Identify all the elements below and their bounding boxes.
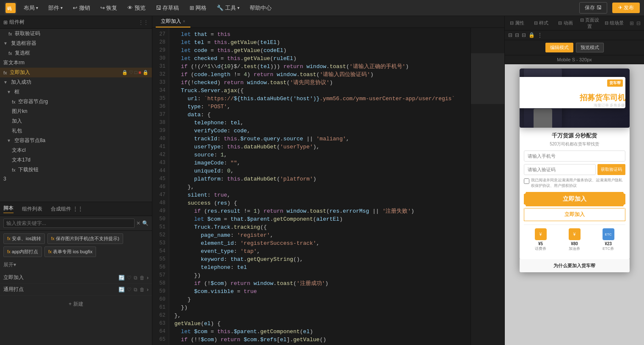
script-btn-save-image[interactable]: fx 保存图片到手机(含不支持提示) [47, 233, 123, 244]
tree-item[interactable]: ▼ 加入成功 [0, 77, 152, 87]
script-tab[interactable]: 脚本 [3, 205, 14, 213]
code-line: }) [174, 304, 471, 312]
code-line: if (!!$com) return $com.$refs[el].getVal… [174, 336, 471, 344]
dist-btn[interactable]: ⊟ [522, 32, 526, 38]
logo-badge: 货车帮 [607, 79, 623, 87]
edit-mode-button[interactable]: 编辑模式 [545, 43, 573, 52]
search-button[interactable]: 🔍 [142, 220, 149, 226]
clear-search-button[interactable]: ✕ [136, 220, 140, 226]
reward-item-etc: ETC ¥23 ETC券 [603, 228, 614, 252]
script-list-item[interactable]: 通用打点 🔄 ♡ ⧉ 🗑 › [0, 284, 152, 296]
tree-item[interactable]: ▼ 框 [0, 87, 152, 97]
nav-redo[interactable]: ↪ 恢复 [97, 3, 121, 14]
right-tabs: ⊟ 属性 ⊟ 样式 ⊟ 动画 ⊟ 页面设置 ⊟ 组场景 ⊞ ⊟ [505, 16, 644, 30]
drag-handle-icon2: ⋮⋮ [73, 206, 83, 212]
nav-help[interactable]: 帮助中心 [246, 3, 275, 14]
reward-label-phone: 话费券 [535, 246, 547, 252]
close-tab-button[interactable]: × [183, 19, 185, 24]
expand-row[interactable]: 展开▾ [0, 260, 152, 270]
center-panel: 立即加入 × 27 28 29 30 31 32 33 34 35 36 37 [152, 16, 504, 345]
tree-item[interactable]: 礼包 [0, 126, 152, 136]
nav-parts[interactable]: 部件 ▾ [45, 3, 66, 14]
script-buttons-row: fx 安卓、ios跳转 fx 保存图片到手机(含不支持提示) fx app内部打… [0, 231, 152, 260]
tree-item[interactable]: 加入 [0, 116, 152, 126]
code-line: type: 'POST', [174, 103, 471, 111]
banner-title: 招募货车司机 [520, 93, 625, 103]
editor-tab-active[interactable]: 立即加入 × [156, 16, 190, 27]
lock-btn[interactable]: 🔒 [528, 32, 535, 38]
delete-icon[interactable]: 🗑 [140, 275, 145, 281]
nav-undo[interactable]: ↩ 撤销 [69, 3, 94, 14]
arrow-right-icon2: › [147, 287, 149, 293]
heart-icon[interactable]: ♡ [127, 275, 132, 281]
more-btn[interactable]: ⋮ [537, 32, 542, 38]
tab-page-settings[interactable]: ⊟ 页面设置 [578, 14, 602, 32]
code-line: imageCode: "", [174, 159, 471, 167]
script-btn-app-track[interactable]: fx app内部打点 [3, 246, 42, 257]
copy-icon2[interactable]: ⧉ [134, 287, 138, 293]
code-line: trackId: this.$route.query.source || 'ma… [174, 135, 471, 143]
nav-layout[interactable]: 布局 ▾ [20, 3, 41, 14]
code-line: element_id: 'registerSuccess-track', [174, 239, 471, 247]
agree-text: 我已阅读并同意运满满用户服务协议、运满满用户隐私权保护协议、用户授权协议 [531, 178, 625, 189]
nav-grid[interactable]: ⊞ 网格 [186, 3, 210, 14]
preview-mode-button[interactable]: 预览模式 [576, 43, 604, 52]
tree-item-selected[interactable]: fx 立即加入 🔒♡□■🔒 [0, 68, 152, 77]
tree-item[interactable]: 图片kn [0, 107, 152, 116]
valign-btn[interactable]: ⊟ [515, 32, 519, 38]
delete-icon2[interactable]: 🗑 [140, 287, 145, 293]
agree-row: 我已阅读并同意运满满用户服务协议、运满满用户隐私权保护协议、用户授权协议 [524, 178, 625, 189]
nav-preview[interactable]: 👁 预览 [124, 3, 149, 14]
synth-tab[interactable]: 合成组件 [51, 205, 71, 213]
copy-icon[interactable]: ⧉ [134, 275, 138, 281]
tab-style[interactable]: ⊟ 样式 [529, 17, 553, 29]
tab-animation[interactable]: ⊟ 动画 [553, 17, 578, 29]
tab-properties[interactable]: ⊟ 属性 [505, 17, 529, 29]
code-line: let $com = this.$parent.getComponent(el) [174, 328, 471, 336]
nav-tools[interactable]: 🔧 工具 ▾ [213, 3, 243, 14]
nav-save-draft[interactable]: 🖫 存草稿 [152, 3, 183, 14]
join-button[interactable]: 立即加入 [524, 192, 625, 206]
agree-checkbox[interactable] [524, 178, 529, 184]
code-content[interactable]: let that = this let tel = this.getValue(… [169, 28, 471, 345]
join-button2[interactable]: 立即加入 [524, 208, 625, 221]
code-input[interactable] [524, 164, 596, 175]
code-line: verifyCode: code, [174, 127, 471, 135]
logo: 码 [4, 2, 17, 14]
code-input-row: 获取验证码 [524, 164, 625, 175]
comp-list-tab[interactable]: 组件列表 [22, 205, 42, 213]
script-list-item[interactable]: 立即加入 🔄 ♡ ⧉ 🗑 › [0, 272, 152, 284]
align-btn[interactable]: ⊟ [508, 32, 512, 38]
script-btn-form-ios[interactable]: fx 表单专用 ios bugfix [44, 246, 96, 257]
tree-item[interactable]: 富文本rm [0, 58, 152, 68]
tree-item[interactable]: fx 复选框 [0, 48, 152, 58]
verify-button[interactable]: 获取验证码 [597, 164, 625, 175]
script-panel-header: 脚本 组件列表 合成组件 ⋮⋮ [0, 202, 152, 216]
refresh-icon[interactable]: 🔄 [118, 275, 125, 281]
tree-item[interactable]: fx 获取验证码 [0, 29, 152, 38]
reward-icon-etc: ETC [603, 228, 614, 240]
tab-scene[interactable]: ⊟ 组场景 [602, 17, 626, 29]
new-script-button[interactable]: + 新建 [0, 297, 152, 311]
minimap-viewport[interactable] [471, 53, 504, 104]
tree-item[interactable]: ▼ 复选框容器 [0, 38, 152, 48]
tree-item[interactable]: fx 下载按钮 [0, 165, 152, 175]
code-line: telephone: tel [174, 263, 471, 271]
tree-item[interactable]: ▼ 空容器节点8a [0, 136, 152, 145]
tree-item[interactable]: 3 [0, 175, 152, 183]
save-button[interactable]: 保存 🖫 [579, 2, 607, 14]
code-editor: 27 28 29 30 31 32 33 34 35 36 37 38 39 4… [152, 28, 504, 345]
tree-item[interactable]: fx 空容器节点rg [0, 97, 152, 107]
svg-rect-3 [534, 109, 552, 128]
tree-item[interactable]: 文本17d [0, 155, 152, 165]
script-btn-android-ios[interactable]: fx 安卓、ios跳转 [3, 233, 45, 244]
search-input[interactable] [3, 219, 135, 228]
script-list: 立即加入 🔄 ♡ ⧉ 🗑 › 通用打点 🔄 ♡ ⧉ 🗑 [0, 270, 152, 297]
tree-item[interactable]: 文本cl [0, 145, 152, 155]
code-line: }, [174, 312, 471, 320]
phone-input[interactable] [524, 151, 625, 162]
publish-button[interactable]: ✈ 发布 [612, 3, 640, 13]
refresh-icon2[interactable]: 🔄 [118, 287, 125, 293]
topbar: 码 布局 ▾ 部件 ▾ ↩ 撤销 ↪ 恢复 👁 预览 🖫 存草稿 ⊞ 网格 🔧 … [0, 0, 644, 16]
heart-icon2[interactable]: ♡ [127, 287, 132, 293]
